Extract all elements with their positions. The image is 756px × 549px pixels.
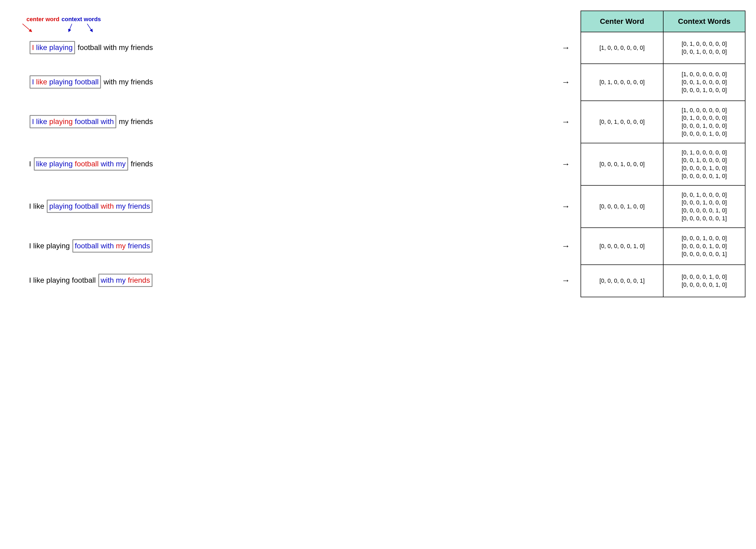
vector: [0, 0, 1, 0, 0, 0, 0]	[681, 156, 727, 164]
context-window-box: I like playing football	[30, 75, 101, 88]
vector: [0, 0, 1, 0, 0, 0, 0]	[599, 118, 644, 126]
vector: [0, 0, 0, 0, 1, 0, 0]	[681, 130, 727, 138]
vector: [0, 1, 0, 0, 0, 0, 0]	[681, 149, 727, 156]
context-word: I	[32, 78, 34, 86]
context-window-box: with my friends	[98, 274, 152, 287]
legend: center word context words	[26, 16, 101, 23]
plain-word: my	[119, 117, 129, 126]
vector: [0, 0, 0, 1, 0, 0, 0]	[599, 160, 644, 168]
svg-line-2	[87, 24, 92, 32]
sentence-text: I like playing football with my friends	[29, 41, 153, 54]
vector: [1, 0, 0, 0, 0, 0, 0]	[599, 44, 644, 52]
vector: [0, 0, 0, 1, 0, 0, 0]	[681, 86, 727, 94]
sentence-text: I like playing football with my friends	[29, 115, 153, 128]
context-word: my	[116, 202, 126, 210]
plain-word: playing	[46, 242, 70, 250]
arrow-icon: →	[562, 241, 570, 251]
sentence-text: I like playing football with my friends	[29, 239, 153, 252]
sentence-text: I like playing football with my friends	[29, 200, 153, 212]
vector: [0, 0, 0, 1, 0, 0, 0]	[681, 234, 727, 242]
context-word: with	[101, 160, 114, 168]
vector: [0, 0, 0, 1, 0, 0, 0]	[681, 198, 727, 206]
vector: [0, 0, 1, 0, 0, 0, 0]	[681, 191, 727, 199]
plain-word: friends	[131, 160, 153, 168]
plain-word: like	[33, 242, 44, 250]
vector: [0, 0, 0, 0, 0, 1, 0]	[681, 206, 727, 214]
context-window-box: football with my friends	[72, 239, 152, 252]
context-word: playing	[49, 78, 73, 86]
legend-context-label: context words	[62, 16, 101, 23]
plain-word: with	[104, 78, 117, 86]
vector: [0, 0, 0, 0, 1, 0, 0]	[681, 164, 727, 172]
plain-word: football	[72, 276, 96, 284]
center-vector-cell: [0, 1, 0, 0, 0, 0, 0]	[581, 64, 663, 101]
context-word: my	[116, 276, 126, 284]
context-word: football	[75, 202, 99, 210]
sentence-row: I like playing football with my friends→	[11, 143, 573, 185]
sentence-text: I like playing football with my friends	[29, 157, 153, 170]
center-word-column: Center Word [1, 0, 0, 0, 0, 0, 0][0, 1, …	[581, 11, 663, 297]
plain-word: I	[29, 202, 31, 210]
context-word: with	[101, 276, 114, 284]
center-vector-cell: [0, 0, 0, 0, 0, 0, 1]	[581, 265, 663, 297]
sentence-row: I like playing football with my friends→	[11, 227, 573, 264]
context-word: football	[75, 117, 99, 126]
vector: [1, 0, 0, 0, 0, 0, 0]	[681, 106, 727, 114]
center-vector-cell: [0, 0, 0, 0, 1, 0, 0]	[581, 186, 663, 228]
context-word: like	[36, 160, 47, 168]
center-word: friends	[128, 276, 150, 284]
vector: [0, 0, 0, 0, 0, 1, 0]	[681, 281, 727, 289]
context-word: like	[36, 43, 47, 52]
context-word: football	[75, 78, 99, 86]
context-word: I	[32, 117, 34, 126]
center-word: like	[36, 78, 47, 86]
vector: [1, 0, 0, 0, 0, 0, 0]	[681, 70, 727, 78]
vector: [0, 0, 0, 0, 0, 0, 1]	[681, 250, 727, 258]
svg-line-0	[22, 24, 32, 32]
table: Center Word [1, 0, 0, 0, 0, 0, 0][0, 1, …	[581, 11, 745, 297]
context-window-box: like playing football with my	[34, 157, 128, 170]
vector: [0, 0, 0, 0, 1, 0, 0]	[599, 202, 644, 210]
vector: [0, 0, 0, 1, 0, 0, 0]	[681, 122, 727, 130]
context-vectors-cell: [0, 0, 1, 0, 0, 0, 0][0, 0, 0, 1, 0, 0, …	[664, 186, 745, 228]
plain-word: I	[29, 276, 31, 284]
sentence-row: I like playing football with my friends→	[11, 264, 573, 296]
context-words-column: Context Words [0, 1, 0, 0, 0, 0, 0][0, 0…	[663, 11, 745, 297]
sentence-row: I like playing football with my friends→	[11, 100, 573, 143]
plain-word: I	[29, 242, 31, 250]
sentences-column: center word context words I like playing…	[11, 11, 573, 296]
context-window-box: I like playing	[30, 41, 75, 54]
sentence-row: I like playing football with my friends→	[11, 63, 573, 100]
sentence-row: I like playing football with my friends→	[11, 32, 573, 63]
center-vector-cell: [1, 0, 0, 0, 0, 0, 0]	[581, 32, 663, 64]
context-word: my	[116, 160, 126, 168]
plain-word: football	[78, 43, 101, 52]
vector: [0, 0, 0, 0, 0, 1, 0]	[599, 242, 644, 250]
diagram-container: center word context words I like playing…	[11, 11, 745, 297]
arrow-icon: →	[562, 276, 570, 286]
legend-center-label: center word	[26, 16, 59, 23]
legend-arrow-blue-icon	[86, 23, 96, 34]
context-word: playing	[49, 43, 73, 52]
context-words-header: Context Words	[664, 11, 745, 32]
plain-word: friends	[131, 117, 153, 126]
plain-word: friends	[131, 43, 153, 52]
context-word: friends	[128, 202, 150, 210]
context-word: like	[36, 117, 47, 126]
center-word: with	[101, 202, 114, 210]
context-window-box: playing football with my friends	[47, 200, 152, 212]
context-word: playing	[49, 202, 73, 210]
plain-word: like	[33, 276, 44, 284]
sentence-text: I like playing football with my friends	[29, 75, 153, 88]
arrow-icon: →	[562, 77, 570, 87]
plain-word: like	[33, 202, 44, 210]
vector: [0, 0, 0, 0, 0, 0, 1]	[599, 277, 644, 285]
context-vectors-cell: [0, 1, 0, 0, 0, 0, 0][0, 0, 1, 0, 0, 0, …	[664, 143, 745, 186]
vector: [0, 0, 0, 0, 0, 1, 0]	[681, 172, 727, 180]
context-word: playing	[49, 160, 73, 168]
vector: [0, 1, 0, 0, 0, 0, 0]	[599, 78, 644, 86]
center-word: I	[32, 43, 34, 52]
arrow-icon: →	[562, 201, 570, 211]
context-word: friends	[128, 242, 150, 250]
plain-word: with	[104, 43, 117, 52]
